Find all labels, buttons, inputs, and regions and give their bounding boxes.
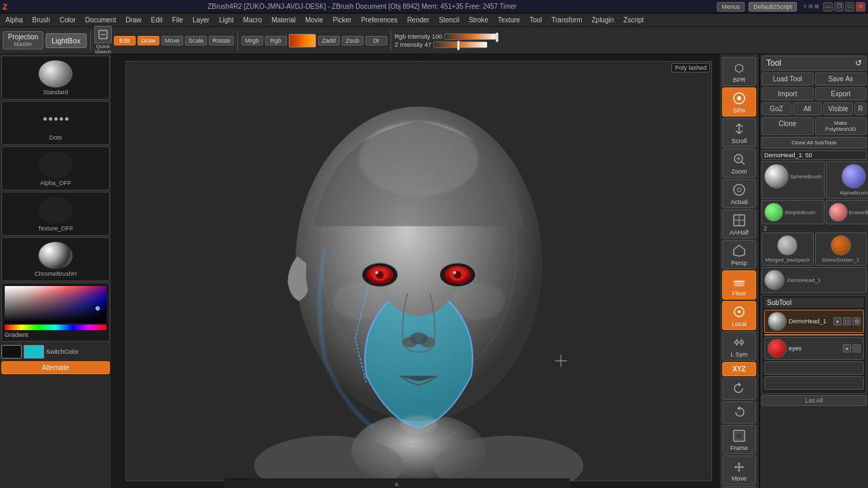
menu-stroke[interactable]: Stroke bbox=[465, 16, 492, 24]
draw-button[interactable]: Draw bbox=[138, 36, 159, 45]
z-intensity-track[interactable] bbox=[433, 41, 488, 48]
color-selector[interactable] bbox=[289, 34, 316, 47]
subtool-lock-2[interactable]: □ bbox=[852, 344, 861, 352]
brush-item-demohead[interactable]: DemoHead_1 bbox=[762, 267, 867, 293]
menus-button[interactable]: Menus bbox=[717, 2, 745, 12]
make-polymesh-button[interactable]: Make PolyMesh3D bbox=[815, 117, 867, 135]
actual-button[interactable]: Actual bbox=[722, 179, 756, 208]
swatch-black[interactable] bbox=[1, 345, 22, 359]
menu-picker[interactable]: Picker bbox=[329, 16, 356, 24]
canvas-area[interactable]: Poly lashed ▲ bbox=[112, 54, 719, 488]
all-button[interactable]: All bbox=[793, 102, 823, 115]
zsub-button[interactable]: Zsub bbox=[342, 36, 363, 45]
rgb-intensity-track[interactable] bbox=[444, 33, 498, 40]
load-tool-button[interactable]: Load Tool bbox=[762, 73, 814, 85]
restore-button[interactable]: ❐ bbox=[834, 2, 844, 12]
menu-tool[interactable]: Tool bbox=[526, 16, 546, 24]
swatch-cyan[interactable] bbox=[24, 345, 44, 359]
brush-chrome[interactable]: ChromeBrushH bbox=[1, 237, 110, 281]
subtool-visible[interactable]: ● bbox=[833, 317, 842, 325]
clone-button[interactable]: Clone bbox=[762, 117, 814, 135]
move-button[interactable]: Move bbox=[161, 36, 183, 45]
save-as-button[interactable]: Save As bbox=[815, 73, 867, 85]
brush-alpha-off[interactable]: Alpha_OFF bbox=[1, 146, 110, 190]
export-button[interactable]: Export bbox=[815, 87, 867, 100]
rot1-button[interactable] bbox=[722, 378, 756, 400]
tool-refresh-icon[interactable]: ↺ bbox=[855, 58, 862, 68]
spix-button[interactable]: SPix bbox=[722, 87, 756, 117]
rot2-button[interactable] bbox=[722, 401, 756, 424]
script-button[interactable]: Default2Script bbox=[749, 2, 797, 12]
bpr-button[interactable]: ⬡ BPR bbox=[722, 57, 756, 86]
rotate-button[interactable]: Rotate bbox=[209, 36, 234, 45]
projection-master-button[interactable]: Projection Master bbox=[3, 31, 43, 49]
menu-stencil[interactable]: Stencil bbox=[435, 16, 463, 24]
subtool-item-3[interactable] bbox=[764, 361, 864, 375]
brush-texture-off[interactable]: Texture_OFF bbox=[1, 192, 110, 236]
subtool-item-eyes[interactable]: eyes ● □ bbox=[764, 337, 864, 360]
brush-item-sphere[interactable]: SphereBrush bbox=[762, 161, 825, 199]
brush-item-eraser[interactable]: EraserBrush bbox=[826, 200, 868, 224]
hue-bar[interactable] bbox=[5, 325, 106, 330]
brush-item-soldier[interactable]: DemoSoldier_1 bbox=[815, 232, 867, 266]
r-button[interactable]: R bbox=[854, 102, 867, 115]
sym-button[interactable]: L Sym bbox=[722, 331, 756, 361]
rgb-button[interactable]: Rgb bbox=[265, 36, 287, 45]
menu-macro[interactable]: Macro bbox=[239, 16, 267, 24]
menu-preferences[interactable]: Preferences bbox=[357, 16, 401, 24]
z-intensity-thumb[interactable] bbox=[457, 41, 460, 50]
floor-button[interactable]: Floor bbox=[722, 270, 756, 300]
quick-sketch-icon[interactable] bbox=[94, 26, 112, 43]
menu-color[interactable]: Color bbox=[56, 16, 80, 24]
menu-light[interactable]: Light bbox=[215, 16, 238, 24]
lightbox-button[interactable]: LightBox bbox=[45, 33, 87, 48]
color-gradient[interactable] bbox=[5, 286, 106, 323]
move-rt-button[interactable]: Move bbox=[722, 455, 756, 485]
zadd-button[interactable]: Zadd bbox=[318, 36, 340, 45]
subtool-item-demohead[interactable]: DemoHead_1 ● □ ⚙ bbox=[764, 310, 864, 333]
subtool-visible-2[interactable]: ● bbox=[843, 344, 851, 352]
visible-button[interactable]: Visible bbox=[823, 102, 853, 115]
edit-button[interactable]: Edit bbox=[114, 36, 136, 45]
brush-dots[interactable]: Dots bbox=[1, 101, 110, 145]
alternate-button[interactable]: Alternate bbox=[1, 361, 110, 374]
persp-button[interactable]: Persp bbox=[722, 240, 756, 269]
goz-button[interactable]: GoZ bbox=[762, 102, 791, 115]
menu-render[interactable]: Render bbox=[403, 16, 433, 24]
menu-movie[interactable]: Movie bbox=[301, 16, 328, 24]
xyz-button[interactable]: XYZ bbox=[722, 362, 756, 376]
rgb-intensity-thumb[interactable] bbox=[496, 33, 498, 42]
local-button[interactable]: Local bbox=[722, 301, 756, 330]
menu-layer[interactable]: Layer bbox=[189, 16, 214, 24]
brush-standard[interactable]: Standard bbox=[1, 56, 110, 100]
viewport[interactable]: Poly lashed bbox=[125, 61, 712, 481]
menu-zplugin[interactable]: Zplugin bbox=[587, 16, 618, 24]
menu-file[interactable]: File bbox=[168, 16, 187, 24]
frame-button[interactable]: Frame bbox=[722, 425, 756, 454]
subtool-settings[interactable]: ⚙ bbox=[852, 317, 861, 325]
menu-edit[interactable]: Edit bbox=[147, 16, 167, 24]
minimize-button[interactable]: — bbox=[823, 2, 833, 12]
brush-item-alpha[interactable]: AlphaBrush bbox=[826, 161, 868, 199]
brush-item-merged[interactable]: Merged_backpack bbox=[762, 232, 814, 266]
list-all-button[interactable]: List All bbox=[762, 395, 867, 406]
menu-draw[interactable]: Draw bbox=[121, 16, 145, 24]
mrgb-button[interactable]: Mrgb bbox=[241, 36, 263, 45]
clone-all-button[interactable]: Clone All SubTools bbox=[762, 137, 867, 148]
scale-button[interactable]: Scale bbox=[185, 36, 208, 45]
import-button[interactable]: Import bbox=[762, 87, 814, 100]
brush-item-simple[interactable]: SimpleBrush bbox=[762, 200, 825, 224]
close-button[interactable]: ✕ bbox=[856, 2, 865, 12]
menu-document[interactable]: Document bbox=[81, 16, 121, 24]
menu-material[interactable]: Material bbox=[267, 16, 300, 24]
subtool-item-4[interactable] bbox=[764, 376, 864, 390]
menu-zscript[interactable]: Zscript bbox=[619, 16, 648, 24]
menu-transform[interactable]: Transform bbox=[547, 16, 586, 24]
menu-texture[interactable]: Texture bbox=[494, 16, 524, 24]
aahalf-button[interactable]: AAHalf bbox=[722, 209, 756, 239]
menu-brush[interactable]: Brush bbox=[28, 16, 54, 24]
scroll-button[interactable]: Scroll bbox=[722, 118, 756, 147]
maximize-button[interactable]: □ bbox=[845, 2, 854, 12]
dr-button[interactable]: Dr bbox=[366, 36, 387, 45]
subtool-lock[interactable]: □ bbox=[843, 317, 851, 325]
